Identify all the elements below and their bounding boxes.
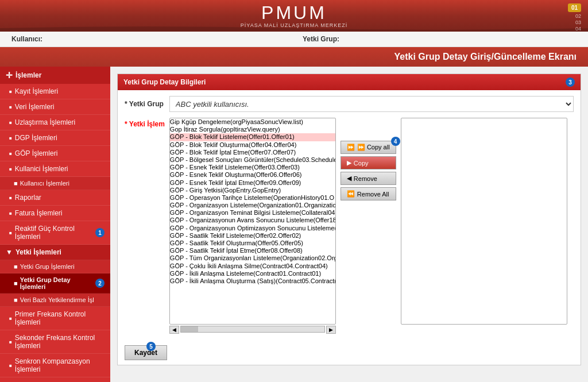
list-item[interactable]: GÖP - Esnek Teklif Oluşturma(Offer06.Off… (170, 171, 335, 179)
remove-all-button[interactable]: ⏪ Remove All (341, 187, 396, 200)
sidebar-header: ✛ İşlemler (0, 67, 110, 84)
yetki-grup-select[interactable]: ABC yetkili kullanıcısı. (169, 96, 574, 112)
copy-button[interactable]: ▶ Copy (341, 156, 396, 169)
sidebar-item-reaktif[interactable]: ■ Reaktif Güç Kontrol İşlemleri 1 (0, 221, 110, 245)
sidebar-item-sekonder[interactable]: ■ Sekonder Frekans Kontrol İşlemleri (0, 330, 110, 354)
list-item[interactable]: GÖP - Organizasyonun Optimizasyon Sonucu… (170, 225, 335, 232)
copy-all-button[interactable]: ⏩ ⏩ Copy all 4 (341, 141, 396, 154)
dot-icon: ■ (9, 151, 12, 156)
dot-icon: ■ (14, 280, 18, 287)
sidebar-sub-yetki-grup[interactable]: ■ Yetki Grup İşlemleri (0, 260, 110, 273)
dot-icon: ■ (14, 263, 18, 270)
sidebar-item-label: Senkron Kompanzasyon İşlemleri (15, 357, 105, 373)
list-item[interactable]: GÖP - Esnek Teklif İptal Etme(Offer09.Of… (170, 179, 335, 187)
sidebar-item-fatura[interactable]: ■ Fatura İşlemleri (0, 206, 110, 221)
dot-icon: ■ (9, 316, 12, 321)
sidebar: ✛ İşlemler ■ Kayıt İşlemleri ■ Veri İşle… (0, 67, 110, 382)
list-item[interactable]: GÖP - Saatlik Teklif Oluşturma(Offer05.O… (170, 240, 335, 247)
save-section: Kaydet 5 (118, 341, 581, 365)
right-listbox[interactable] (401, 118, 567, 325)
badge-3: 3 (566, 78, 575, 87)
sidebar-item-label: GÖP İşlemleri (15, 149, 57, 157)
sidebar-sub-label: Veri Bazlı Yetkilendirme İşl (20, 296, 94, 303)
copy-all-icon: ⏩ (347, 144, 355, 151)
list-item[interactable]: GÖP - Blok Teklif İptal Etme(Offer07.Off… (170, 149, 335, 156)
sidebar-item-uzlastirma[interactable]: ■ Uzlaştırma İşlemleri (0, 115, 110, 130)
list-item[interactable]: GÖP - İkili Anlaşma Oluşturma (Satış)(Co… (170, 277, 335, 285)
list-item[interactable]: GÖP - Tüm Organizasyonları Listeleme(Org… (170, 254, 335, 262)
dot-icon: ■ (9, 105, 12, 110)
sidebar-section-yetki[interactable]: ▼ Yetki İşlemleri (0, 245, 110, 260)
sidebar-item-label: Uzlaştırma İşlemleri (15, 118, 75, 126)
sidebar-item-label: Veri İşlemleri (15, 103, 55, 111)
sidebar-item-raporlar[interactable]: ■ Raporlar (0, 190, 110, 206)
dot-icon: ■ (14, 180, 18, 187)
remove-button[interactable]: ◀ Remove (341, 172, 396, 185)
sidebar-item-label: Reaktif Güç Kontrol İşlemleri (15, 225, 92, 241)
dot-icon: ■ (9, 230, 12, 236)
list-item[interactable]: GÖP - Saatlik Teklif İptal Etme(Offer08.… (170, 247, 335, 254)
sidebar-sub-kullanici-islem[interactable]: ■ Kullanıcı İşlemleri (0, 177, 110, 190)
badge-1: 1 (95, 228, 105, 237)
list-item[interactable]: GÖP - Giriş Yetkisi(GopEntry.GopEntry) (170, 187, 335, 194)
sidebar-item-primer[interactable]: ■ Primer Frekans Kontrol İşlemleri (0, 307, 110, 330)
section-title: Yetki Grup Detay Bilgileri (123, 78, 206, 86)
sidebar-item-senkron[interactable]: ■ Senkron Kompanzasyon İşlemleri (0, 354, 110, 377)
remove-all-icon: ⏪ (347, 190, 355, 198)
sidebar-item-label: Kayıt İşlemleri (15, 87, 58, 95)
dot-icon: ■ (9, 211, 12, 216)
transfer-buttons: ⏩ ⏩ Copy all 4 ▶ Copy ◀ Remove ⏪ Remov (341, 118, 396, 200)
transfer-area: * Yetki İşlem Gip Kgüp Dengeleme(orgPiya… (118, 118, 581, 341)
yetki-grup-label: Yetki Grup: (303, 35, 339, 43)
list-item[interactable]: GÖP - Çoklu İkili Anlaşma Silme(Contract… (170, 263, 335, 270)
badge-4: 4 (391, 137, 400, 146)
list-item[interactable]: GÖP - Bölgesel Sonuçları Görüntüler(Sche… (170, 156, 335, 164)
dot-icon: ■ (9, 195, 12, 200)
list-item[interactable]: GÖP - Operasyon Tarihçe Listeleme(Operat… (170, 194, 335, 202)
sidebar-sub-yetki-grup-detay[interactable]: ■ Yetki Grup Detay İşlemleri 2 (0, 273, 110, 294)
sidebar-sub-veri-bazli[interactable]: ■ Veri Bazlı Yetkilendirme İşl (0, 294, 110, 307)
sidebar-item-veri[interactable]: ■ Veri İşlemleri (0, 99, 110, 115)
kullanici-label: Kullanıcı: (11, 35, 42, 43)
dot-icon: ■ (9, 89, 12, 94)
list-item[interactable]: GÖP - Organizasyon Listeleme(Organizatio… (170, 202, 335, 209)
sidebar-item-yek[interactable]: ■ YEK(Yenilenebilir Enerji Kaynakları) (0, 377, 110, 382)
section-box: Yetki Grup Detay Bilgileri 3 * Yetki Gru… (117, 74, 581, 365)
list-item[interactable]: GÖP - Organizasyonun Avans Sonucunu List… (170, 217, 335, 224)
list-item[interactable]: Gop İtiraz Sorgula(gopItirazView.query) (170, 126, 335, 133)
sidebar-item-label: DGP İşlemleri (15, 134, 57, 142)
top-header: PMUM PİYASA MALİ UZLAŞTIRMA MERKEZİ 01 0… (0, 0, 588, 32)
list-item[interactable]: GÖP - Blok Teklif Oluşturma(Offer04.Offe… (170, 141, 335, 149)
list-item[interactable]: GÖP - İkili Anlaşma Listeleme(Contract01… (170, 270, 335, 277)
dot-icon: ■ (9, 339, 12, 345)
user-bar: Kullanıcı: Yetki Grup: (0, 32, 588, 47)
list-item[interactable]: GÖP - Esnek Teklif Listeleme(Offer03.Off… (170, 164, 335, 171)
content-area: Yetki Grup Detay Bilgileri 3 * Yetki Gru… (110, 67, 588, 382)
list-item[interactable]: GÖP - Blok Teklif Listeleme(Offer01.Offe… (170, 133, 335, 141)
sidebar-item-kayit[interactable]: ■ Kayıt İşlemleri (0, 84, 110, 99)
badge-2: 2 (95, 279, 105, 288)
list-item[interactable]: GÖP - Saatlik Teklif Listeleme(Offer02.O… (170, 232, 335, 240)
scroll-right-btn[interactable]: ▶ (326, 326, 336, 334)
copy-icon: ▶ (347, 159, 351, 167)
right-listbox-container (401, 118, 567, 325)
sidebar-item-label: Primer Frekans Kontrol İşlemleri (15, 310, 105, 326)
page-title: Yetki Grup Detay Giriş/Güncelleme Ekranı (394, 52, 577, 61)
scroll-left-btn[interactable]: ◀ (169, 326, 179, 334)
dot-icon: ■ (9, 120, 12, 125)
sidebar-item-gop[interactable]: ■ GÖP İşlemleri (0, 146, 110, 161)
sidebar-item-label: Sekonder Frekans Kontrol İşlemleri (15, 334, 105, 350)
sidebar-item-kullanici[interactable]: ■ Kullanici İşlemleri (0, 161, 110, 177)
sidebar-sub-label: Yetki Grup İşlemleri (20, 263, 75, 270)
dot-icon: ■ (9, 167, 12, 172)
dot-icon: ■ (9, 363, 12, 368)
sidebar-item-dgp[interactable]: ■ DGP İşlemleri (0, 130, 110, 146)
sidebar-sub-label: Kullanıcı İşlemleri (20, 180, 69, 187)
left-listbox[interactable]: Gip Kgüp Dengeleme(orgPiyasaSonucView.li… (169, 118, 336, 325)
list-item[interactable]: Gip Kgüp Dengeleme(orgPiyasaSonucView.li… (170, 118, 335, 126)
save-button[interactable]: Kaydet (125, 345, 167, 360)
badge-5: 5 (146, 342, 156, 351)
list-item[interactable]: GÖP - Organizasyon Teminat Bilgisi Liste… (170, 209, 335, 217)
sidebar-header-label: İşlemler (16, 71, 41, 79)
remove-icon: ◀ (347, 175, 351, 182)
